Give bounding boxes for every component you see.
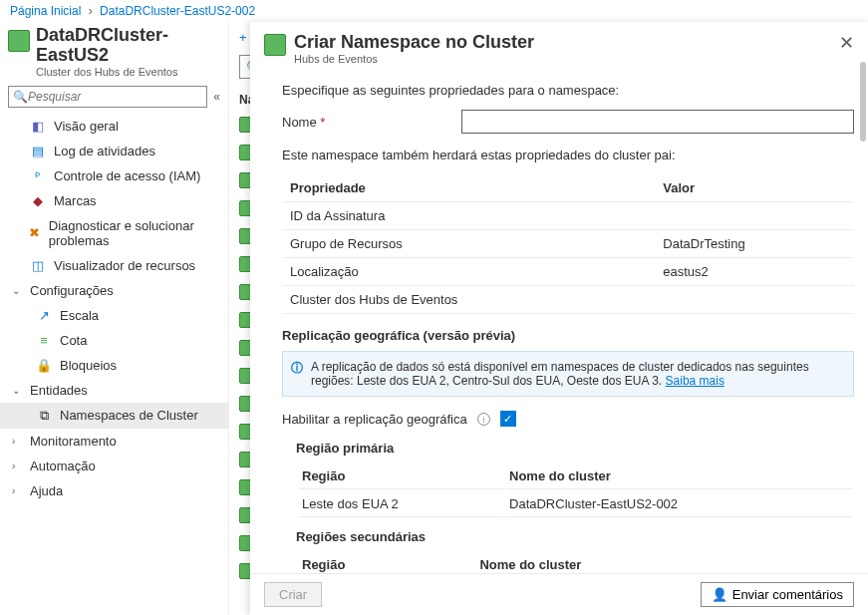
sidebar-search[interactable]: 🔍 [8,86,207,108]
enable-geo-label: Habilitar a replicação geográfica [282,412,467,427]
intro-text: Especifique as seguintes propriedades pa… [282,83,854,98]
search-icon: 🔍 [13,90,28,104]
properties-table: PropriedadeValor ID da Assinatura Grupo … [282,174,854,314]
overview-icon: ◧ [30,119,46,134]
primary-region-header: Região primária [296,441,854,456]
nav-group-monitoring[interactable]: ›Monitoramento [0,429,228,454]
page-subtitle: Cluster dos Hubs de Eventos [36,66,220,78]
close-button[interactable]: ✕ [839,32,854,54]
table-row: Grupo de RecursosDataDrTesting [282,230,854,258]
iam-icon: ᵖ [30,168,46,183]
nav-overview[interactable]: ◧Visão geral [0,114,228,139]
table-row: Localizaçãoeastus2 [282,258,854,286]
scale-icon: ↗ [36,308,52,323]
name-label: Nome * [282,115,461,130]
chevron-down-icon: ⌄ [12,385,22,396]
name-input[interactable] [461,110,854,134]
info-icon: ⓘ [291,360,303,388]
info-icon[interactable]: i [477,413,490,426]
chevron-right-icon: › [12,436,22,447]
secondary-region-table: RegiãoNome do cluster [296,550,854,573]
breadcrumb-home[interactable]: Página Inicial [10,4,81,18]
nav-quota[interactable]: ≡Cota [0,328,228,353]
primary-region-table: RegiãoNome do cluster Leste dos EUA 2Dat… [296,461,854,519]
create-button[interactable]: Criar [264,582,322,607]
info-banner: ⓘ A replicação de dados só está disponív… [282,351,854,397]
nav-group-help[interactable]: ›Ajuda [0,478,228,503]
nav-diagnose[interactable]: ✖Diagnosticar e solucionar problemas [0,213,228,253]
send-feedback-button[interactable]: 👤 Enviar comentários [701,582,854,607]
activity-log-icon: ▤ [30,144,46,158]
nav-activity-log[interactable]: ▤Log de atividades [0,139,228,163]
namespaces-icon: ⧉ [36,408,52,424]
diagnose-icon: ✖ [28,225,41,240]
resource-viewer-icon: ◫ [30,258,46,273]
nav-iam[interactable]: ᵖControle de acesso (IAM) [0,163,228,188]
table-row: Cluster dos Hubs de Eventos [282,286,854,314]
feedback-icon: 👤 [712,587,727,602]
collapse-menu-button[interactable]: « [213,90,220,104]
inherit-text: Este namespace também herdará estas prop… [282,148,854,162]
tags-icon: ◆ [30,193,46,208]
lock-icon: 🔒 [36,358,52,373]
nav-scale[interactable]: ↗Escala [0,303,228,328]
table-row: ID da Assinatura [282,202,854,230]
nav-resource-viewer[interactable]: ◫Visualizador de recursos [0,253,228,278]
chevron-right-icon: › [12,485,22,496]
sidebar-search-input[interactable] [28,90,202,104]
nav-group-settings[interactable]: ⌄Configurações [0,278,228,303]
nav-locks[interactable]: 🔒Bloqueios [0,353,228,378]
sidebar: DataDRCluster-EastUS2 Cluster dos Hubs d… [0,22,229,615]
panel-subtitle: Hubs de Eventos [294,53,534,65]
create-namespace-panel: Criar Namespace no Cluster Hubs de Event… [250,22,868,615]
breadcrumb: Página Inicial › DataDRCluster-EastUS2-0… [0,0,868,22]
nav-group-entities[interactable]: ⌄Entidades [0,378,228,403]
learn-more-link[interactable]: Saiba mais [666,374,724,388]
plus-icon: + [239,30,247,45]
quota-icon: ≡ [36,333,52,348]
panel-title: Criar Namespace no Cluster [294,32,534,53]
chevron-right-icon: › [12,461,22,471]
scrollbar[interactable] [860,62,866,142]
nav-group-automation[interactable]: ›Automação [0,454,228,478]
eventhubs-cluster-icon [8,30,30,52]
breadcrumb-cluster[interactable]: DataDRCluster-EastUS2-002 [100,4,255,18]
nav-cluster-namespaces[interactable]: ⧉Namespaces de Cluster [0,403,228,429]
secondary-region-header: Regiões secundárias [296,529,854,544]
eventhubs-cluster-icon [264,34,286,56]
page-title: DataDRCluster-EastUS2 [36,26,220,66]
chevron-down-icon: ⌄ [12,285,22,296]
table-row: Leste dos EUA 2DataDRCluster-EastUS2-002 [298,491,852,517]
enable-geo-checkbox[interactable]: ✓ [500,411,516,427]
geo-replication-header: Replicação geográfica (versão prévia) [282,328,854,343]
nav-tags[interactable]: ◆Marcas [0,188,228,213]
